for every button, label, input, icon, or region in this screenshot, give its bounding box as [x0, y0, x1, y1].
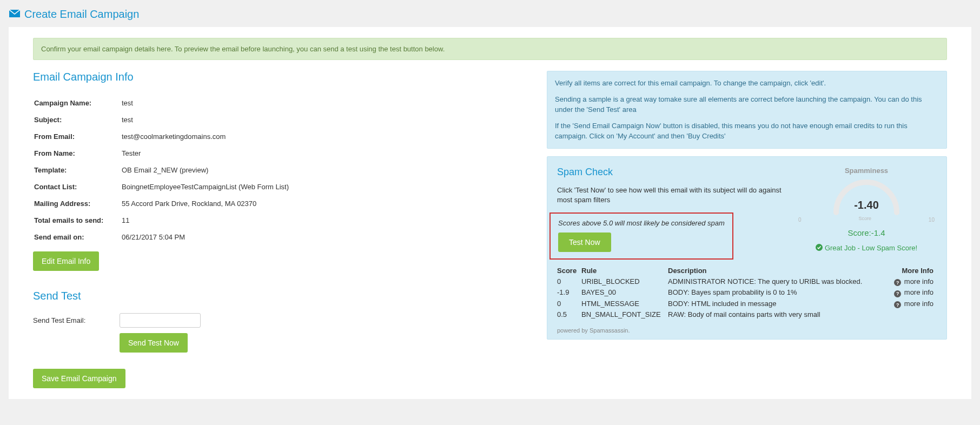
label-total-emails: Total emails to send:	[34, 212, 121, 228]
confirm-alert: Confirm your email campaign details here…	[33, 38, 947, 60]
more-info-link[interactable]: ? more info	[894, 288, 933, 296]
label-template: Template:	[34, 162, 121, 178]
info-p3: If the 'Send Email Campaign Now' button …	[555, 121, 939, 142]
value-send-on: 06/21/2017 5:04 PM	[122, 229, 529, 245]
svg-point-1	[816, 244, 823, 251]
spam-results-table: Score Rule Description More Info 0URIBL_…	[557, 265, 937, 320]
test-now-highlight: Scores above 5.0 will most likely be con…	[549, 212, 733, 260]
table-row: Send email on:06/21/2017 5:04 PM	[34, 229, 529, 245]
gauge-value: -1.40	[829, 199, 904, 211]
send-test-title: Send Test	[33, 290, 531, 302]
value-from-email: test@coolmarketingdomains.com	[122, 129, 529, 144]
label-mailing-address: Mailing Address:	[34, 196, 121, 211]
test-now-button[interactable]: Test Now	[558, 233, 611, 252]
cell-more-info: ? more info	[888, 287, 937, 298]
table-row: -1.9BAYES_00BODY: Bayes spam probability…	[557, 287, 937, 298]
page-title: Create Email Campaign	[24, 8, 139, 21]
th-score: Score	[557, 265, 581, 276]
spam-check-panel: Spam Check Click 'Test Now' to see how w…	[547, 156, 947, 340]
campaign-info-title: Email Campaign Info	[33, 71, 531, 83]
edit-email-info-button[interactable]: Edit Email Info	[33, 251, 99, 271]
spamminess-label: Spamminess	[796, 167, 937, 175]
spam-check-title: Spam Check	[557, 167, 785, 178]
question-icon: ?	[894, 301, 901, 308]
spamminess-gauge: -1.40	[829, 178, 904, 216]
table-row: Total emails to send:11	[34, 212, 529, 228]
score-text: Score:-1.4	[796, 228, 937, 237]
content-panel: Confirm your email campaign details here…	[9, 27, 971, 399]
table-row: Campaign Name:test	[34, 95, 529, 111]
cell-rule: URIBL_BLOCKED	[581, 276, 668, 288]
mail-icon	[9, 10, 20, 19]
verify-info-panel: Verify all items are correct for this em…	[547, 71, 947, 149]
cell-description: BODY: HTML included in message	[668, 298, 888, 310]
more-info-link[interactable]: ? more info	[894, 300, 933, 308]
cell-score: -1.9	[557, 287, 581, 298]
more-info-link[interactable]: ? more info	[894, 277, 933, 285]
send-test-email-input[interactable]	[120, 313, 201, 328]
cell-more-info	[888, 309, 937, 320]
value-contact-list: BoingnetEmployeeTestCampaignList (Web Fo…	[122, 179, 529, 195]
table-row: 0URIBL_BLOCKEDADMINISTRATOR NOTICE: The …	[557, 276, 937, 288]
save-email-campaign-button[interactable]: Save Email Campaign	[33, 369, 125, 388]
table-row: 0HTML_MESSAGEBODY: HTML included in mess…	[557, 298, 937, 310]
check-circle-icon	[816, 244, 823, 253]
value-mailing-address: 55 Accord Park Drive, Rockland, MA 02370	[122, 196, 529, 211]
send-test-now-button[interactable]: Send Test Now	[120, 333, 188, 353]
campaign-info-table: Campaign Name:test Subject:test From Ema…	[33, 94, 531, 246]
table-row: Subject:test	[34, 112, 529, 128]
table-row: From Name:Tester	[34, 145, 529, 161]
label-send-on: Send email on:	[34, 229, 121, 245]
page-header: Create Email Campaign	[0, 0, 980, 27]
th-more-info: More Info	[888, 265, 937, 276]
spam-threshold-note: Scores above 5.0 will most likely be con…	[558, 219, 725, 227]
gauge-score-label: Score	[858, 216, 871, 223]
label-from-email: From Email:	[34, 129, 121, 144]
value-template: OB Email 2_NEW (preview)	[122, 162, 529, 178]
value-total-emails: 11	[122, 212, 529, 228]
th-description: Description	[668, 265, 888, 276]
value-campaign-name: test	[122, 95, 529, 111]
label-from-name: From Name:	[34, 145, 121, 161]
cell-description: BODY: Bayes spam probability is 0 to 1%	[668, 287, 888, 298]
spamassassin-link[interactable]: Spamassassin	[590, 327, 628, 334]
great-job-message: Great Job - Low Spam Score!	[816, 244, 917, 253]
cell-score: 0	[557, 298, 581, 310]
label-contact-list: Contact List:	[34, 179, 121, 195]
powered-by: powered by Spamassassin.	[557, 327, 937, 334]
cell-description: ADMINISTRATOR NOTICE: The query to URIBL…	[668, 276, 888, 288]
label-subject: Subject:	[34, 112, 121, 128]
gauge-max: 10	[929, 217, 935, 223]
cell-score: 0	[557, 276, 581, 288]
cell-description: RAW: Body of mail contains parts with ve…	[668, 309, 888, 320]
cell-more-info: ? more info	[888, 298, 937, 310]
table-row: 0.5BN_SMALL_FONT_SIZERAW: Body of mail c…	[557, 309, 937, 320]
cell-rule: HTML_MESSAGE	[581, 298, 668, 310]
question-icon: ?	[894, 279, 901, 286]
th-rule: Rule	[581, 265, 668, 276]
label-campaign-name: Campaign Name:	[34, 95, 121, 111]
info-p2: Sending a sample is a great way tomake s…	[555, 94, 939, 115]
cell-more-info: ? more info	[888, 276, 937, 288]
table-row: Contact List:BoingnetEmployeeTestCampaig…	[34, 179, 529, 195]
table-row: From Email:test@coolmarketingdomains.com	[34, 129, 529, 144]
cell-rule: BAYES_00	[581, 287, 668, 298]
table-row: Mailing Address:55 Accord Park Drive, Ro…	[34, 196, 529, 211]
send-test-label: Send Test Email:	[33, 313, 98, 324]
cell-rule: BN_SMALL_FONT_SIZE	[581, 309, 668, 320]
gauge-min: 0	[798, 217, 802, 223]
cell-score: 0.5	[557, 309, 581, 320]
info-p1: Verify all items are correct for this em…	[555, 78, 939, 89]
table-row: Template:OB Email 2_NEW (preview)	[34, 162, 529, 178]
value-from-name: Tester	[122, 145, 529, 161]
value-subject: test	[122, 112, 529, 128]
spam-check-description: Click 'Test Now' to see how well this em…	[557, 185, 785, 205]
question-icon: ?	[894, 290, 901, 297]
